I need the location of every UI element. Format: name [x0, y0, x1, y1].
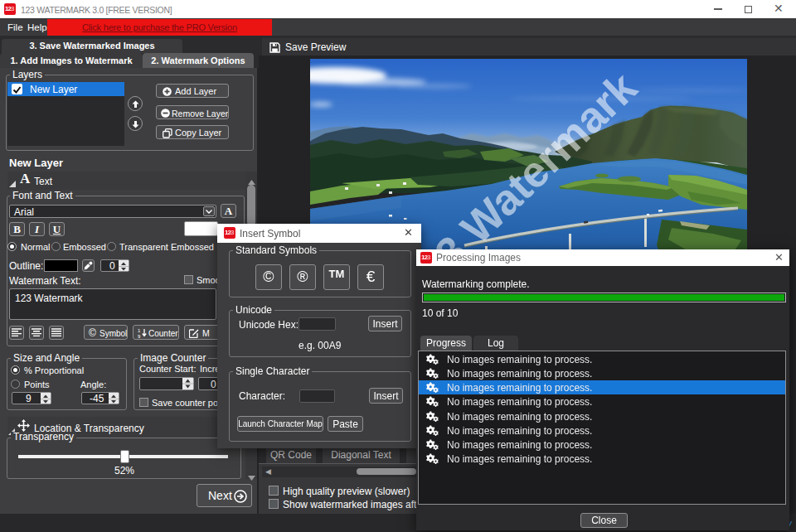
svg-text:1: 1: [138, 328, 141, 333]
svg-text:9: 9: [138, 334, 141, 338]
